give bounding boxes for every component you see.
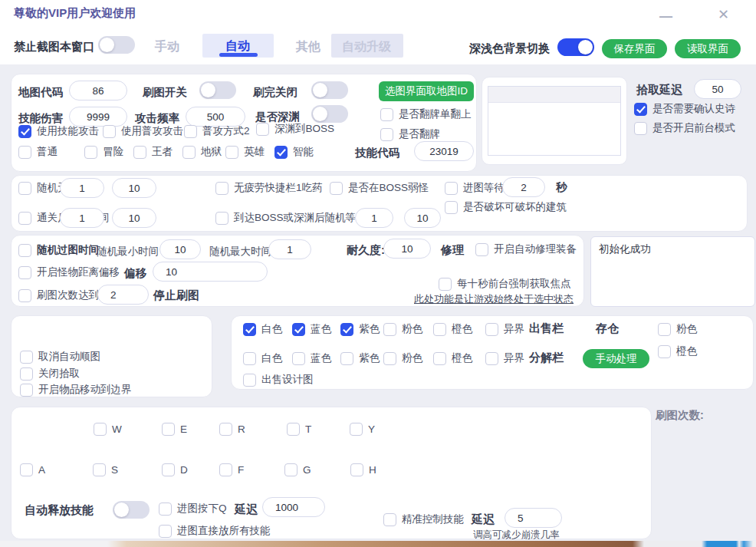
checkbox-disable-pickup[interactable]: 关闭拾取 — [20, 367, 80, 381]
checkbox-label: 是否翻牌单翻上 — [399, 107, 472, 121]
checkbox-stop-at-count[interactable]: 刷图次数达到 — [18, 288, 99, 302]
checkbox-destroy-buildings[interactable]: 是否破坏可破坏的建筑 — [445, 200, 567, 214]
map-code-input[interactable] — [69, 81, 127, 101]
checkbox-sell-white[interactable]: 白色 — [243, 322, 282, 336]
checkbox-key-y[interactable]: Y — [350, 422, 375, 436]
checkbox-boss-weak[interactable]: 是否在BOSS弱怪 — [330, 181, 429, 195]
manual-handle-button[interactable]: 手动处理 — [583, 349, 649, 368]
checkbox-difficulty-adventure[interactable]: 冒险 — [84, 145, 123, 159]
checkbox-precise-control[interactable]: 精准控制技能 — [383, 512, 464, 526]
load-ui-button[interactable]: 读取界面 — [675, 39, 741, 58]
mana-min-input[interactable] — [60, 178, 104, 198]
farm-switch-toggle[interactable] — [199, 81, 236, 99]
random-max-input[interactable] — [268, 239, 311, 259]
close-after-done-toggle[interactable] — [311, 81, 348, 99]
checkbox-flip[interactable]: 是否翻牌 — [380, 127, 440, 141]
checkbox-decompose-orange[interactable]: 橙色 — [433, 351, 472, 365]
checkbox-key-f[interactable]: F — [219, 463, 244, 476]
checkbox-difficulty-hero[interactable]: 英雄 — [225, 145, 265, 159]
checkbox-key-a[interactable]: A — [20, 463, 45, 476]
pickup-delay-input[interactable] — [694, 79, 741, 99]
checkbox-decompose-purple[interactable]: 紫色 — [340, 351, 380, 365]
checkbox-decompose-blue[interactable]: 蓝色 — [292, 351, 331, 365]
checkbox-icon — [182, 146, 196, 159]
sell-bar-label: 出售栏 — [529, 321, 564, 336]
save-ui-button[interactable]: 保存界面 — [602, 39, 667, 58]
theme-toggle[interactable] — [557, 38, 594, 56]
tab-auto-upgrade[interactable]: 自动升级 — [342, 39, 391, 55]
checkbox-enter-wait[interactable]: 进图等待 — [445, 181, 505, 195]
checkbox-press-q[interactable]: 进图按下Q — [159, 502, 227, 516]
abyss-toggle[interactable] — [311, 105, 348, 123]
enter-wait-input[interactable] — [502, 177, 545, 197]
boss-random-min-input[interactable] — [355, 208, 393, 228]
tab-manual[interactable]: 手动 — [155, 39, 179, 55]
checkbox-sell-pink[interactable]: 粉色 — [383, 322, 422, 336]
checkbox-sell-blueprint[interactable]: 出售设计图 — [243, 373, 314, 387]
boss-random-max-input[interactable] — [404, 208, 441, 228]
map-list-box[interactable] — [488, 86, 621, 156]
random-min-input[interactable] — [159, 239, 201, 259]
checkbox-use-normal-attack[interactable]: 使用普攻攻击 — [103, 124, 183, 138]
checkbox-key-d[interactable]: D — [162, 463, 188, 476]
checkbox-key-t[interactable]: T — [287, 422, 311, 436]
checkbox-key-e[interactable]: E — [162, 422, 187, 436]
checkbox-difficulty-king[interactable]: 王者 — [133, 145, 173, 159]
mana-max-input[interactable] — [112, 178, 156, 198]
checkbox-label: S — [111, 464, 118, 476]
checkbox-store-pink[interactable]: 粉色 — [658, 322, 697, 336]
minimize-icon[interactable]: — — [659, 10, 672, 23]
checkbox-decompose-pink[interactable]: 粉色 — [383, 351, 422, 365]
checkbox-abyss-to-boss[interactable]: 深渊到BOSS — [256, 122, 334, 136]
checkbox-fatigue-potion[interactable]: 无疲劳快捷栏1吃药 — [215, 181, 323, 195]
checkbox-sell-orange[interactable]: 橙色 — [433, 322, 472, 336]
checkbox-key-r[interactable]: R — [219, 422, 245, 436]
press-q-delay-input[interactable] — [262, 497, 325, 517]
checkbox-sell-blue[interactable]: 蓝色 — [292, 322, 331, 336]
checkbox-use-skill-attack[interactable]: 使用技能攻击 — [18, 124, 99, 138]
checkbox-normal-mode2[interactable]: 普攻方式2 — [184, 124, 250, 138]
clear-max-input[interactable] — [112, 208, 156, 228]
checkbox-sell-otherworld[interactable]: 异界 — [485, 322, 524, 336]
checkbox-decompose-white[interactable]: 白色 — [243, 351, 282, 365]
checkbox-store-orange[interactable]: 橙色 — [658, 344, 697, 358]
offset-input[interactable] — [153, 262, 268, 282]
checkbox-random-transition-time[interactable]: 随机过图时间 — [18, 243, 99, 257]
checkbox-difficulty-smart[interactable]: 智能 — [274, 145, 314, 159]
checkbox-cast-all-skills[interactable]: 进图直接放所有技能 — [159, 524, 271, 538]
checkbox-move-items-to-edge[interactable]: 开启物品移动到边界 — [20, 383, 132, 397]
checkbox-key-w[interactable]: W — [94, 422, 122, 436]
pick-map-id-button[interactable]: 选图界面取地图ID — [379, 81, 474, 101]
tab-auto[interactable]: 自动 — [225, 38, 250, 54]
checkbox-confirm-epic[interactable]: 是否需要确认史诗 — [634, 102, 735, 116]
skill-code-input[interactable] — [414, 141, 474, 161]
durability-input[interactable] — [383, 239, 431, 259]
checkbox-flip-single[interactable]: 是否翻牌单翻上 — [380, 107, 472, 121]
checkbox-difficulty-normal[interactable]: 普通 — [18, 145, 58, 159]
checkbox-auto-repair[interactable]: 开启自动修理装备 — [475, 242, 577, 256]
decompose-bar-label: 分解栏 — [529, 351, 564, 365]
checkbox-boss-random-wait[interactable]: 到达BOSS或深渊后随机等 — [215, 211, 356, 225]
checkbox-decompose-otherworld[interactable]: 异界 — [485, 351, 524, 365]
auto-skill-toggle[interactable] — [113, 501, 150, 519]
checkbox-monster-offset[interactable]: 开启怪物距离偏移 — [18, 265, 120, 279]
checkbox-sell-purple[interactable]: 紫色 — [340, 322, 380, 336]
checkbox-key-s[interactable]: S — [93, 463, 118, 476]
checkbox-icon — [475, 243, 488, 256]
checkbox-key-g[interactable]: G — [284, 463, 311, 476]
no-capture-toggle[interactable] — [98, 36, 135, 54]
checkbox-cancel-auto-path[interactable]: 取消自动顺图 — [20, 350, 100, 364]
checkbox-icon — [18, 244, 31, 257]
tab-other[interactable]: 其他 — [296, 39, 320, 55]
precise-delay-input[interactable] — [505, 508, 562, 528]
checkbox-force-focus[interactable]: 每十秒前台强制获取焦点 — [439, 277, 571, 291]
checkbox-key-h[interactable]: H — [350, 463, 376, 476]
checkbox-difficulty-hell[interactable]: 地狱 — [182, 145, 222, 159]
clear-min-input[interactable] — [60, 208, 104, 228]
toggle-knob — [100, 38, 114, 52]
toggle-knob — [313, 107, 327, 121]
stop-count-input[interactable] — [97, 285, 149, 305]
checkbox-icon — [485, 323, 498, 336]
checkbox-foreground-mode[interactable]: 是否开启前台模式 — [634, 121, 735, 135]
close-icon[interactable]: ✕ — [718, 8, 729, 21]
